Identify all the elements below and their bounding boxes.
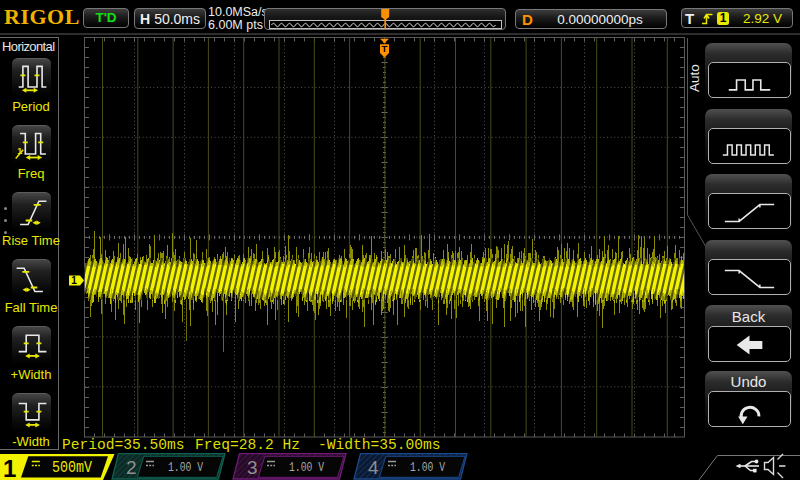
svg-text:1.00 V: 1.00 V <box>289 460 324 475</box>
svg-text:1: 1 <box>3 455 16 480</box>
svg-text:3: 3 <box>247 457 258 478</box>
svg-text:4: 4 <box>368 457 379 478</box>
svg-text:2: 2 <box>126 457 137 478</box>
svg-text:1.00 V: 1.00 V <box>410 460 445 475</box>
svg-text:T: T <box>382 43 388 54</box>
svg-text:1: 1 <box>71 275 77 286</box>
svg-text:1.00 V: 1.00 V <box>168 460 203 475</box>
svg-text:500mV: 500mV <box>52 459 92 477</box>
